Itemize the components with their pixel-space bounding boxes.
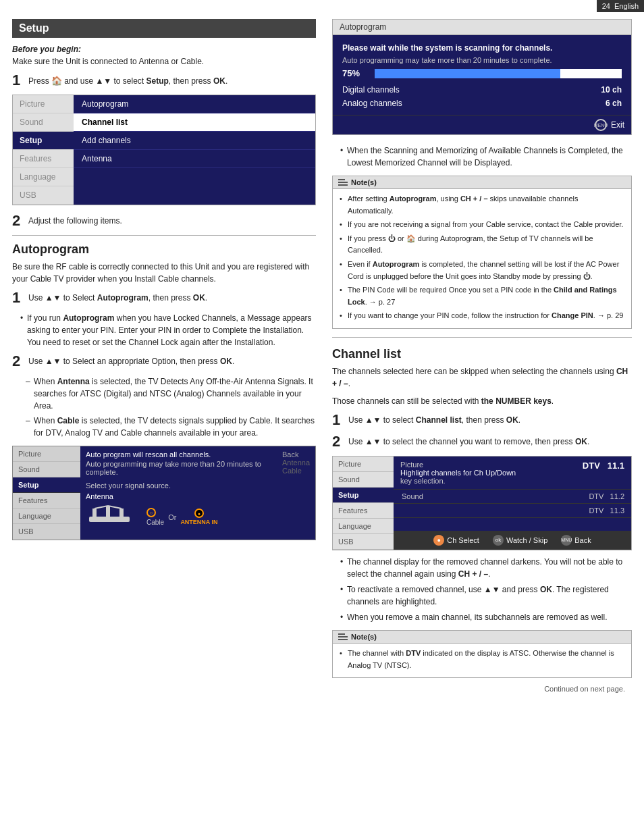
menu-item-features: Features (13, 150, 74, 168)
antenna-svg (86, 503, 133, 525)
cable-coax-icon: ○ (146, 508, 156, 517)
note-line3 (338, 184, 348, 186)
dialog-menu-left: Picture Sound Setup Features Language US… (13, 446, 80, 540)
right-column: Autoprogram Please wait while the system… (332, 19, 632, 693)
autoprogram-scan-body: Please wait while the system is scanning… (333, 35, 631, 115)
note-item-2: If you are not receiving a signal from y… (340, 219, 624, 231)
ch-list-intro1: The channels selected here can be skippe… (332, 365, 632, 390)
note-item-4: Even if Autoprogram is completed, the ch… (340, 259, 624, 282)
menu-item-setup: Setup (13, 132, 74, 150)
exit-row: MENU Exit (333, 115, 631, 134)
dlg-sound: Sound (13, 462, 80, 477)
ch-menu-sound: Sound (333, 472, 394, 488)
dlg-features: Features (13, 493, 80, 509)
page-number: 24 (602, 2, 610, 10)
menu-item-sound: Sound (13, 113, 74, 132)
digital-value: 10 ch (601, 85, 622, 95)
progress-bar-row: 75% (342, 68, 622, 78)
menu-item-language: Language (13, 168, 74, 186)
ch-menu-left: Picture Sound Setup Features Language US… (333, 457, 394, 550)
ch-step1: 1 Use ▲▼ to select Channel list, then pr… (332, 413, 632, 427)
step2-number: 2 (12, 213, 24, 228)
setup-title: Setup (12, 19, 316, 38)
left-column: Setup Before you begin: Make sure the Un… (12, 19, 316, 693)
autoprogram-step1: 1 Use ▲▼ to Select Autoprogram, then pre… (12, 290, 316, 305)
ch-notes-icon (338, 633, 348, 640)
ap-sub-cable: When Cable is selected, the TV detects s… (26, 415, 316, 439)
ch-row-sound: Sound DTV 11.2 (394, 490, 631, 504)
ap-bullet1: If you run Autoprogram when you have Loc… (20, 312, 316, 348)
ch-step1-num: 1 (332, 413, 344, 427)
note-line1 (338, 179, 345, 180)
signal-icons-row: ○ Cable Or ● ANTENNA IN (86, 503, 310, 526)
step1-text: Press 🏠 and use ▲▼ to select Setup, then… (28, 73, 227, 86)
ch-right-top-row: Picture Highlight channels for Ch Up/Dow… (394, 457, 631, 490)
ch-menu-features: Features (333, 503, 394, 519)
dialog-signal-section: Select your signal source. Antenna (86, 481, 310, 526)
exit-menu-icon: MENU (595, 119, 607, 131)
ch-select-label: Ch Select (447, 536, 479, 544)
ch-bottom-bar: ● Ch Select ok Watch / Skip MNU Back (394, 531, 631, 550)
ch-note-box: Note(s) The channel with DTV indicated o… (332, 630, 632, 678)
note-item-3: If you press ⏻ or 🏠 during Autoprogram, … (340, 233, 624, 257)
cable-section: ○ Cable Or ● ANTENNA IN (146, 508, 218, 526)
analog-value: 6 ch (606, 99, 622, 108)
menu-right-autoprogram: Autoprogram (74, 95, 315, 113)
menu-right-antenna: Antenna (74, 150, 315, 168)
ch-note-line1 (338, 633, 345, 635)
ch-step2-num: 2 (332, 434, 344, 449)
dlg-language: Language (13, 509, 80, 524)
ap-sub-antenna: When Antenna is selected, the TV Detects… (26, 375, 316, 412)
page-badge: 24 English (597, 0, 644, 12)
continued-text: Continued on next page. (332, 685, 632, 693)
ap-step2-text: Use ▲▼ to Select an appropriate Option, … (28, 354, 234, 366)
dialog-signal-label: Select your signal source. (86, 481, 310, 490)
dlg-setup: Setup (13, 477, 80, 493)
menu-right-channellist: Channel list (74, 113, 315, 132)
autoprogram-scan-header: Autoprogram (333, 20, 631, 35)
notes-icon (338, 179, 348, 186)
setup-menu-left: Picture Sound Setup Features Language US… (13, 95, 74, 205)
menu-item-picture: Picture (13, 95, 74, 113)
divider1 (12, 235, 316, 236)
ch-select-group: ● Ch Select (433, 535, 479, 546)
ch-watch-icon: ok (493, 535, 504, 546)
ch-step2: 2 Use ▲▼ to select the channel you want … (332, 434, 632, 449)
ch-note-line3 (338, 639, 348, 640)
progress-pct: 75% (342, 68, 369, 78)
step1-number: 1 (12, 73, 24, 88)
ch-bullet1: The channel display for the removed chan… (340, 556, 632, 580)
menu-item-usb: USB (13, 186, 74, 205)
scanning-bold: Please wait while the system is scanning… (342, 43, 552, 53)
autoprogram-scan-box: Autoprogram Please wait while the system… (332, 19, 632, 135)
antenna-in-section: ● ANTENNA IN (180, 509, 217, 525)
dialog-msg1: Auto program will rescan all channels. (86, 450, 282, 459)
progress-bar (375, 69, 622, 78)
digital-channels-row: Digital channels 10 ch (342, 85, 622, 95)
antenna-in-icon: ● (194, 509, 204, 518)
exit-label: Exit (611, 120, 624, 130)
autoprogram-dialog: Picture Sound Setup Features Language US… (12, 446, 316, 540)
dialog-back-label: BackAntennaCable (282, 450, 310, 476)
ch-menu-language: Language (333, 519, 394, 534)
ch-dtv-11-1: DTV 11.1 (583, 461, 624, 471)
ch-back-group: MNU Back (561, 535, 591, 546)
dialog-message: Auto program will rescan all channels. A… (86, 450, 282, 476)
before-begin-label: Before you begin: (12, 45, 316, 54)
dlg-picture: Picture (13, 446, 80, 462)
ch-empty-space (394, 518, 631, 531)
ch-step1-text: Use ▲▼ to select Channel list, then pres… (348, 413, 520, 425)
setup-step2: 2 Adjust the following items. (12, 213, 316, 228)
ch-watch-label: Watch / Skip (506, 536, 547, 544)
antenna-icon (86, 503, 133, 526)
ch-note-body: The channel with DTV indicated on the di… (333, 644, 631, 677)
ch-watch-group: ok Watch / Skip (493, 535, 547, 546)
channel-list-section: Channel list The channels selected here … (332, 347, 632, 678)
digital-label: Digital channels (342, 85, 400, 95)
antenna-in-label: ANTENNA IN (180, 519, 217, 525)
svg-rect-3 (119, 509, 124, 518)
ch-dtv-11-3: DTV 11.3 (589, 506, 624, 515)
ch-menu-box: Picture Sound Setup Features Language US… (332, 456, 632, 550)
autoprogram-step2: 2 Use ▲▼ to Select an appropriate Option… (12, 354, 316, 369)
autoprogram-title: Autoprogram (12, 242, 316, 257)
